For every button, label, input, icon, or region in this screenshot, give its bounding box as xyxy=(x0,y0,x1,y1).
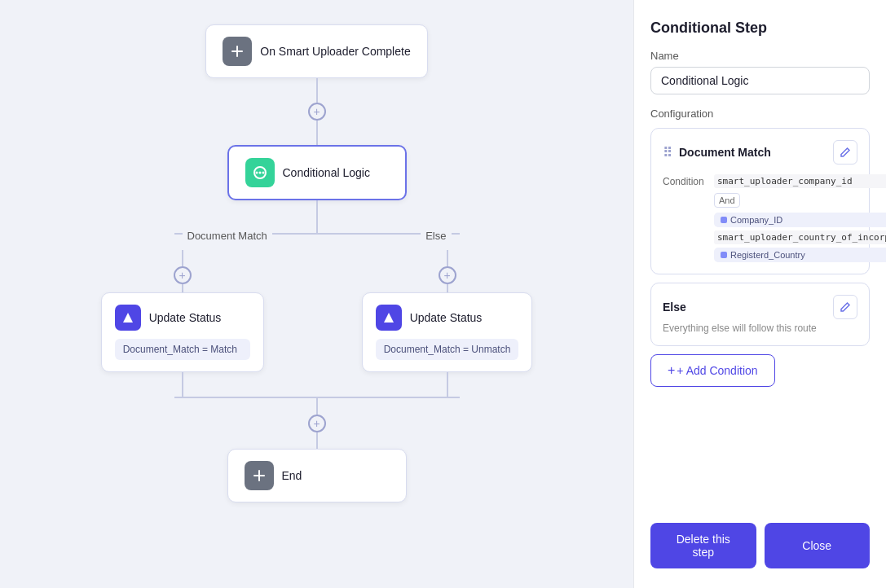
card-title: ⠿ Document Match xyxy=(663,145,771,160)
branch-label-right: Else xyxy=(421,228,451,244)
branch-section: Document Match Else + xyxy=(81,200,553,449)
branch-col-left: + Update Status Document_Match xyxy=(101,250,264,397)
spacer xyxy=(650,408,870,510)
end-icon xyxy=(245,461,274,490)
action-node-left[interactable]: Update Status Document_Match = Match xyxy=(101,292,264,372)
branch-label-left: Document Match xyxy=(183,228,272,244)
trigger-icon xyxy=(223,37,252,66)
trigger-label: On Smart Uploader Complete xyxy=(260,45,410,58)
edit-else-btn[interactable] xyxy=(833,295,857,319)
right-line-mid xyxy=(447,284,448,292)
panel-title: Conditional Step xyxy=(650,20,870,37)
svg-point-4 xyxy=(258,172,261,174)
merge-v-line-2 xyxy=(316,432,318,449)
action-icon-right xyxy=(376,305,402,331)
right-connector-top: + xyxy=(439,250,456,292)
end-label: End xyxy=(282,469,302,482)
right-line-bottom xyxy=(447,372,448,397)
document-match-card: ⠿ Document Match Condition smart_uploade… xyxy=(650,128,870,274)
else-card: Else Everything else will follow this ro… xyxy=(650,283,870,346)
else-card-header: Else xyxy=(663,295,857,319)
edit-card-btn[interactable] xyxy=(833,140,857,165)
action-label-left: Update Status xyxy=(149,311,222,324)
left-line-mid xyxy=(182,284,183,292)
flow-container: On Smart Uploader Complete + Conditional… xyxy=(73,24,562,502)
add-condition-label: + Add Condition xyxy=(677,364,757,377)
condition-col-label: Condition xyxy=(663,174,707,262)
action-header-right: Update Status xyxy=(376,305,519,331)
svg-marker-6 xyxy=(123,313,133,323)
else-title: Else xyxy=(663,301,686,314)
add-condition-icon: + xyxy=(668,363,675,378)
merge-v-line xyxy=(316,398,318,415)
badge-dot-1 xyxy=(721,217,727,223)
condition-row: Condition smart_uploader_company_id And … xyxy=(663,174,857,262)
right-line-top xyxy=(447,250,448,266)
left-connector-top: + xyxy=(174,250,192,292)
name-label: Name xyxy=(650,50,870,62)
conditional-node[interactable]: Conditional Logic xyxy=(227,145,407,200)
cond-badge-1: Company_ID xyxy=(714,213,886,227)
cond-badge-2: Registerd_Country xyxy=(714,248,886,262)
configuration-section: Configuration ⠿ Document Match Condition… xyxy=(650,108,870,395)
add-btn-merge[interactable]: + xyxy=(308,415,326,432)
svg-point-3 xyxy=(255,172,258,174)
condition-values: smart_uploader_company_id And Company_ID… xyxy=(714,174,886,262)
else-sub: Everything else will follow this route xyxy=(663,323,857,334)
action-badge-left: Document_Match = Match xyxy=(115,339,250,360)
branches: + Update Status Document_Match xyxy=(101,250,533,397)
conditional-label: Conditional Logic xyxy=(283,166,370,179)
name-input[interactable] xyxy=(650,67,870,94)
left-line-top xyxy=(182,250,183,266)
canvas-area: On Smart Uploader Complete + Conditional… xyxy=(0,0,633,588)
add-condition-button[interactable]: + + Add Condition xyxy=(650,354,775,387)
action-badge-right: Document_Match = Unmatch xyxy=(376,339,519,360)
close-button[interactable]: Close xyxy=(765,523,871,568)
name-field-section: Name xyxy=(650,50,870,94)
cond-badge-text-2: Registerd_Country xyxy=(730,250,805,260)
conditional-icon xyxy=(245,158,275,187)
and-label: And xyxy=(714,193,740,208)
line-1 xyxy=(316,78,318,103)
cond-code-2: smart_uploader_country_of_incorporation xyxy=(714,230,886,244)
cond-badge-text-1: Company_ID xyxy=(730,215,782,225)
delete-step-button[interactable]: Delete this step xyxy=(650,523,756,568)
trigger-node[interactable]: On Smart Uploader Complete xyxy=(205,24,427,78)
badge-dot-2 xyxy=(721,252,727,258)
right-panel: Conditional Step Name Configuration ⠿ Do… xyxy=(633,0,886,588)
branch-col-right: + Update Status Document_Match xyxy=(362,250,533,397)
branch-labels: Document Match Else xyxy=(174,228,460,244)
add-btn-1[interactable]: + xyxy=(308,103,326,121)
config-label: Configuration xyxy=(650,108,870,120)
add-btn-left[interactable]: + xyxy=(174,266,192,284)
action-node-right[interactable]: Update Status Document_Match = Unmatch xyxy=(362,292,533,372)
end-node[interactable]: End xyxy=(227,449,407,502)
footer-buttons: Delete this step Close xyxy=(650,523,870,568)
cond-code-1: smart_uploader_company_id xyxy=(714,174,886,188)
action-header-left: Update Status xyxy=(115,305,250,331)
action-label-right: Update Status xyxy=(410,311,483,324)
card-header: ⠿ Document Match xyxy=(663,140,857,165)
card-title-text: Document Match xyxy=(679,146,771,159)
drag-handle[interactable]: ⠿ xyxy=(663,145,672,160)
add-btn-right[interactable]: + xyxy=(439,266,456,284)
line-2 xyxy=(316,121,318,145)
svg-marker-7 xyxy=(384,313,394,323)
svg-rect-9 xyxy=(253,475,265,476)
left-line-bottom xyxy=(182,372,183,397)
svg-point-5 xyxy=(262,172,264,174)
connector-1: + xyxy=(308,78,326,145)
svg-rect-1 xyxy=(231,50,243,52)
action-icon-left xyxy=(115,305,141,331)
